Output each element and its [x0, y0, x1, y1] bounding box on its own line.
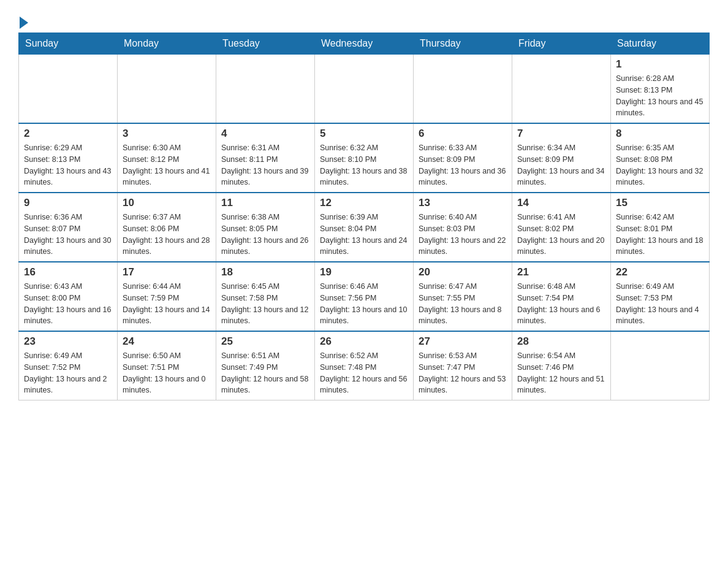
day-number: 28 — [517, 335, 605, 348]
weekday-header-thursday: Thursday — [414, 33, 512, 55]
weekday-header-saturday: Saturday — [611, 33, 710, 55]
day-info: Sunrise: 6:39 AM Sunset: 8:04 PM Dayligh… — [320, 212, 408, 258]
day-number: 3 — [123, 128, 211, 140]
weekday-header-friday: Friday — [512, 33, 611, 55]
day-info: Sunrise: 6:42 AM Sunset: 8:01 PM Dayligh… — [616, 212, 704, 258]
day-number: 2 — [24, 128, 112, 140]
week-row-4: 16Sunrise: 6:43 AM Sunset: 8:00 PM Dayli… — [19, 262, 710, 331]
calendar-cell — [315, 55, 414, 124]
day-info: Sunrise: 6:45 AM Sunset: 7:58 PM Dayligh… — [221, 281, 309, 327]
calendar-cell: 8Sunrise: 6:35 AM Sunset: 8:08 PM Daylig… — [611, 123, 710, 193]
calendar-table: SundayMondayTuesdayWednesdayThursdayFrid… — [18, 33, 710, 400]
day-info: Sunrise: 6:53 AM Sunset: 7:47 PM Dayligh… — [419, 350, 507, 396]
calendar-cell: 16Sunrise: 6:43 AM Sunset: 8:00 PM Dayli… — [19, 262, 118, 331]
day-number: 15 — [616, 197, 704, 209]
weekday-header-tuesday: Tuesday — [216, 33, 315, 55]
calendar-cell: 12Sunrise: 6:39 AM Sunset: 8:04 PM Dayli… — [315, 193, 414, 262]
day-info: Sunrise: 6:32 AM Sunset: 8:10 PM Dayligh… — [320, 142, 408, 188]
logo-arrow-icon — [20, 17, 28, 29]
calendar-cell — [611, 331, 710, 400]
day-info: Sunrise: 6:48 AM Sunset: 7:54 PM Dayligh… — [517, 281, 605, 327]
calendar-cell — [216, 55, 315, 124]
calendar-cell: 25Sunrise: 6:51 AM Sunset: 7:49 PM Dayli… — [216, 331, 315, 400]
calendar-cell: 2Sunrise: 6:29 AM Sunset: 8:13 PM Daylig… — [19, 123, 118, 193]
day-info: Sunrise: 6:46 AM Sunset: 7:56 PM Dayligh… — [320, 281, 408, 327]
day-number: 6 — [419, 128, 507, 140]
calendar-header-row: SundayMondayTuesdayWednesdayThursdayFrid… — [19, 33, 710, 55]
calendar-cell: 5Sunrise: 6:32 AM Sunset: 8:10 PM Daylig… — [315, 123, 414, 193]
day-info: Sunrise: 6:49 AM Sunset: 7:53 PM Dayligh… — [616, 281, 704, 327]
calendar-cell: 17Sunrise: 6:44 AM Sunset: 7:59 PM Dayli… — [118, 262, 216, 331]
day-info: Sunrise: 6:28 AM Sunset: 8:13 PM Dayligh… — [616, 73, 704, 119]
day-info: Sunrise: 6:41 AM Sunset: 8:02 PM Dayligh… — [517, 212, 605, 258]
calendar-cell: 4Sunrise: 6:31 AM Sunset: 8:11 PM Daylig… — [216, 123, 315, 193]
day-info: Sunrise: 6:29 AM Sunset: 8:13 PM Dayligh… — [24, 142, 112, 188]
calendar-cell: 15Sunrise: 6:42 AM Sunset: 8:01 PM Dayli… — [611, 193, 710, 262]
day-number: 19 — [320, 266, 408, 278]
day-info: Sunrise: 6:54 AM Sunset: 7:46 PM Dayligh… — [517, 350, 605, 396]
weekday-header-sunday: Sunday — [19, 33, 118, 55]
day-number: 13 — [419, 197, 507, 209]
day-number: 12 — [320, 197, 408, 209]
calendar-cell — [118, 55, 216, 124]
calendar-cell: 22Sunrise: 6:49 AM Sunset: 7:53 PM Dayli… — [611, 262, 710, 331]
week-row-3: 9Sunrise: 6:36 AM Sunset: 8:07 PM Daylig… — [19, 193, 710, 262]
calendar-cell: 9Sunrise: 6:36 AM Sunset: 8:07 PM Daylig… — [19, 193, 118, 262]
day-info: Sunrise: 6:33 AM Sunset: 8:09 PM Dayligh… — [419, 142, 507, 188]
day-info: Sunrise: 6:37 AM Sunset: 8:06 PM Dayligh… — [123, 212, 211, 258]
weekday-header-monday: Monday — [118, 33, 216, 55]
calendar-cell: 3Sunrise: 6:30 AM Sunset: 8:12 PM Daylig… — [118, 123, 216, 193]
day-info: Sunrise: 6:43 AM Sunset: 8:00 PM Dayligh… — [24, 281, 112, 327]
calendar-cell: 14Sunrise: 6:41 AM Sunset: 8:02 PM Dayli… — [512, 193, 611, 262]
weekday-header-wednesday: Wednesday — [315, 33, 414, 55]
day-number: 22 — [616, 266, 704, 278]
day-info: Sunrise: 6:38 AM Sunset: 8:05 PM Dayligh… — [221, 212, 309, 258]
calendar-cell: 10Sunrise: 6:37 AM Sunset: 8:06 PM Dayli… — [118, 193, 216, 262]
day-info: Sunrise: 6:30 AM Sunset: 8:12 PM Dayligh… — [123, 142, 211, 188]
calendar-cell: 18Sunrise: 6:45 AM Sunset: 7:58 PM Dayli… — [216, 262, 315, 331]
day-info: Sunrise: 6:44 AM Sunset: 7:59 PM Dayligh… — [123, 281, 211, 327]
calendar-cell: 23Sunrise: 6:49 AM Sunset: 7:52 PM Dayli… — [19, 331, 118, 400]
day-info: Sunrise: 6:36 AM Sunset: 8:07 PM Dayligh… — [24, 212, 112, 258]
calendar-cell: 28Sunrise: 6:54 AM Sunset: 7:46 PM Dayli… — [512, 331, 611, 400]
calendar-cell: 26Sunrise: 6:52 AM Sunset: 7:48 PM Dayli… — [315, 331, 414, 400]
calendar-cell: 7Sunrise: 6:34 AM Sunset: 8:09 PM Daylig… — [512, 123, 611, 193]
day-info: Sunrise: 6:50 AM Sunset: 7:51 PM Dayligh… — [123, 350, 211, 396]
day-number: 4 — [221, 128, 309, 140]
day-number: 17 — [123, 266, 211, 278]
calendar-cell: 1Sunrise: 6:28 AM Sunset: 8:13 PM Daylig… — [611, 55, 710, 124]
calendar-cell: 11Sunrise: 6:38 AM Sunset: 8:05 PM Dayli… — [216, 193, 315, 262]
day-number: 5 — [320, 128, 408, 140]
week-row-2: 2Sunrise: 6:29 AM Sunset: 8:13 PM Daylig… — [19, 123, 710, 193]
calendar-cell — [19, 55, 118, 124]
day-number: 9 — [24, 197, 112, 209]
calendar-cell: 21Sunrise: 6:48 AM Sunset: 7:54 PM Dayli… — [512, 262, 611, 331]
calendar-cell: 27Sunrise: 6:53 AM Sunset: 7:47 PM Dayli… — [414, 331, 512, 400]
day-info: Sunrise: 6:52 AM Sunset: 7:48 PM Dayligh… — [320, 350, 408, 396]
day-number: 27 — [419, 335, 507, 348]
calendar-cell: 19Sunrise: 6:46 AM Sunset: 7:56 PM Dayli… — [315, 262, 414, 331]
day-number: 16 — [24, 266, 112, 278]
calendar-cell: 6Sunrise: 6:33 AM Sunset: 8:09 PM Daylig… — [414, 123, 512, 193]
day-number: 21 — [517, 266, 605, 278]
page-header — [18, 12, 710, 26]
day-number: 8 — [616, 128, 704, 140]
day-number: 20 — [419, 266, 507, 278]
day-number: 7 — [517, 128, 605, 140]
day-number: 14 — [517, 197, 605, 209]
calendar-cell: 13Sunrise: 6:40 AM Sunset: 8:03 PM Dayli… — [414, 193, 512, 262]
day-number: 23 — [24, 335, 112, 348]
day-info: Sunrise: 6:35 AM Sunset: 8:08 PM Dayligh… — [616, 142, 704, 188]
day-info: Sunrise: 6:31 AM Sunset: 8:11 PM Dayligh… — [221, 142, 309, 188]
calendar-cell — [512, 55, 611, 124]
day-number: 1 — [616, 58, 704, 71]
day-info: Sunrise: 6:51 AM Sunset: 7:49 PM Dayligh… — [221, 350, 309, 396]
logo — [18, 12, 28, 26]
day-info: Sunrise: 6:47 AM Sunset: 7:55 PM Dayligh… — [419, 281, 507, 327]
day-number: 25 — [221, 335, 309, 348]
day-number: 26 — [320, 335, 408, 348]
day-number: 10 — [123, 197, 211, 209]
day-info: Sunrise: 6:34 AM Sunset: 8:09 PM Dayligh… — [517, 142, 605, 188]
week-row-5: 23Sunrise: 6:49 AM Sunset: 7:52 PM Dayli… — [19, 331, 710, 400]
calendar-cell: 20Sunrise: 6:47 AM Sunset: 7:55 PM Dayli… — [414, 262, 512, 331]
